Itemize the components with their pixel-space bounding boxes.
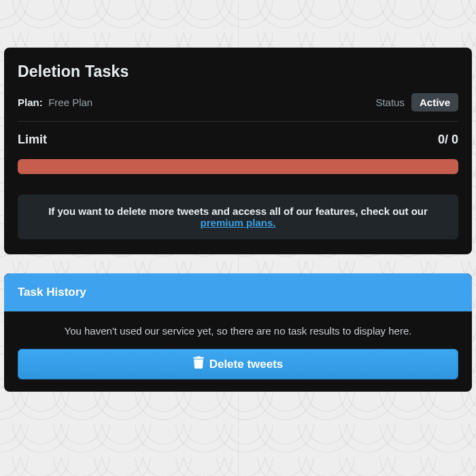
status-badge: Active [411,93,458,112]
limit-label: Limit [18,133,47,147]
upsell-notice: If you want to delete more tweets and ac… [18,194,458,239]
divider [18,121,458,122]
limit-row: Limit 0/ 0 [18,133,458,147]
plan-label: Plan: [18,97,43,108]
task-history-title: Task History [4,273,472,311]
task-history-card: Task History You haven't used our servic… [4,273,472,392]
plan-status-row: Plan: Free Plan Status Active [18,93,458,112]
premium-plans-link[interactable]: premium plans. [201,217,276,228]
delete-tweets-button[interactable]: Delete tweets [18,349,458,379]
plan-info: Plan: Free Plan [18,97,92,109]
deletion-tasks-title: Deletion Tasks [18,63,458,81]
delete-tweets-button-label: Delete tweets [209,358,284,371]
plan-value: Free Plan [48,97,92,108]
upsell-notice-text: If you want to delete more tweets and ac… [48,205,428,217]
limit-progress-bar [18,159,458,174]
task-history-empty-text: You haven't used our service yet, so the… [4,311,472,342]
status-label: Status [375,97,405,108]
trash-icon [193,356,204,372]
status-wrap: Status Active [375,93,458,112]
limit-value: 0/ 0 [438,133,458,147]
deletion-tasks-card: Deletion Tasks Plan: Free Plan Status Ac… [4,48,472,254]
